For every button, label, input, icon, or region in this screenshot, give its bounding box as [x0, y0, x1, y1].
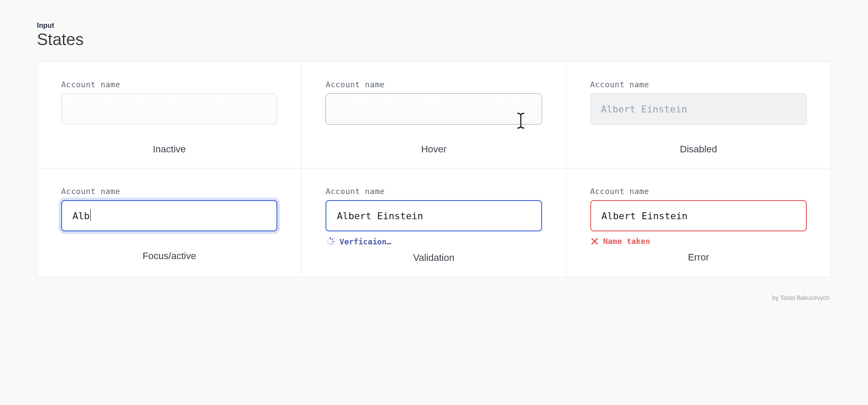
account-name-input-inactive[interactable] — [61, 93, 277, 125]
error-helper: Name taken — [590, 237, 807, 246]
input-label: Account name — [590, 80, 807, 89]
cell-hover: Account name Hover — [302, 62, 566, 168]
state-label: Hover — [326, 144, 542, 155]
validation-helper: Verficaion… — [326, 237, 542, 246]
state-label: Inactive — [61, 144, 277, 155]
input-wrapper: Alb — [61, 200, 277, 231]
text-cursor-icon — [517, 112, 525, 129]
spinner-icon — [326, 237, 335, 246]
svg-line-7 — [328, 239, 329, 240]
input-wrapper — [326, 93, 542, 125]
svg-line-5 — [328, 243, 329, 244]
cell-inactive: Account name Inactive — [37, 62, 302, 168]
input-label: Account name — [61, 80, 277, 89]
input-wrapper — [61, 93, 277, 125]
svg-line-1 — [332, 239, 333, 240]
input-value: Alb — [72, 211, 90, 221]
account-name-input-disabled — [590, 93, 807, 125]
input-label: Account name — [326, 187, 542, 196]
account-name-input-validation[interactable] — [326, 200, 542, 231]
svg-line-3 — [332, 243, 333, 244]
cell-focus: Account name Alb Focus/active — [37, 168, 302, 277]
header: Input States — [37, 22, 831, 49]
input-wrapper — [326, 200, 542, 231]
input-label: Account name — [326, 80, 542, 89]
x-icon — [590, 237, 599, 246]
cell-disabled: Account name Disabled — [566, 62, 831, 168]
account-name-input-hover[interactable] — [326, 93, 542, 125]
state-label: Focus/active — [61, 250, 277, 262]
state-label: Disabled — [590, 144, 807, 155]
state-label: Validation — [326, 252, 542, 263]
page-title: States — [37, 30, 831, 49]
validation-message: Verficaion… — [339, 237, 391, 246]
input-wrapper — [590, 200, 807, 231]
input-label: Account name — [61, 187, 277, 196]
error-message: Name taken — [603, 237, 650, 246]
input-wrapper — [590, 93, 807, 125]
cell-validation: Account name V — [302, 168, 566, 277]
text-caret-icon — [90, 209, 91, 221]
state-label: Error — [590, 252, 807, 263]
account-name-input-error[interactable] — [590, 200, 807, 231]
cell-error: Account name Name taken Error — [566, 168, 831, 277]
states-grid: Account name Inactive Account name Hover… — [37, 61, 831, 277]
credit: by Taras Bakusevych — [37, 294, 831, 301]
account-name-input-focus[interactable]: Alb — [61, 200, 277, 231]
component-overline: Input — [37, 22, 831, 30]
input-label: Account name — [590, 187, 807, 196]
